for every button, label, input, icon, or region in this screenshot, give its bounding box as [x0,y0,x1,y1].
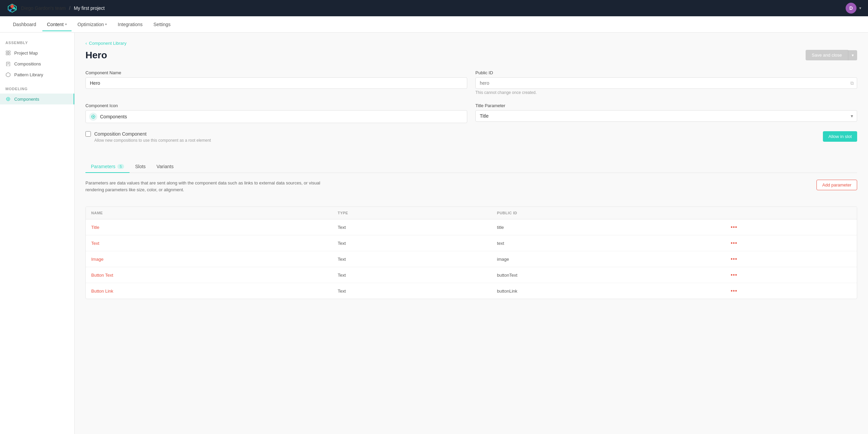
sidebar-item-pattern-library[interactable]: Pattern Library [0,69,74,80]
component-icon-label: Component Icon [85,103,467,108]
param-menu-button[interactable]: ••• [731,288,737,294]
table-row: Button Link Text buttonLink ••• [86,283,857,299]
col-header-name: NAME [86,207,332,219]
nav-item-optimization[interactable]: Optimization ▾ [73,18,112,31]
param-name-link[interactable]: Text [91,241,99,246]
component-name-group: Component Name [85,70,467,95]
form-row-1: Component Name Public ID ⧉ This cannot c… [85,70,857,95]
svg-marker-13 [6,73,10,77]
compositions-icon [5,61,11,66]
checkbox-and-button: Composition Component Allow new composit… [85,131,857,151]
top-bar-right: D ▾ [846,3,861,14]
sidebar-item-compositions-label: Compositions [14,61,41,66]
public-id-label: Public ID [475,70,857,75]
params-table-header: NAME TYPE PUBLIC ID [86,207,857,219]
param-name-link[interactable]: Button Text [91,273,113,278]
table-row: Title Text title ••• [86,219,857,235]
svg-point-15 [7,98,9,100]
top-bar-team: Diego Gardon's team [21,5,66,11]
nav-item-content[interactable]: Content ▾ [42,18,72,31]
breadcrumb-chevron-icon: ‹ [85,41,87,46]
table-row: Text Text text ••• [86,235,857,251]
svg-rect-7 [6,53,8,55]
nav-item-settings[interactable]: Settings [149,18,176,31]
table-row: Button Text Text buttonText ••• [86,267,857,283]
breadcrumb-label: Component Library [89,41,126,46]
avatar-chevron-icon[interactable]: ▾ [859,6,861,11]
sidebar-item-components-label: Components [14,97,39,102]
param-name-link[interactable]: Image [91,257,103,262]
param-type: Text [332,235,492,251]
title-parameter-group: Title Parameter Title [475,103,857,123]
secondary-nav: Dashboard Content ▾ Optimization ▾ Integ… [0,16,868,33]
tab-variants[interactable]: Variants [151,160,179,173]
tab-slots[interactable]: Slots [130,160,151,173]
param-public-id: buttonLink [492,283,725,299]
svg-rect-6 [8,51,10,53]
param-name-link[interactable]: Title [91,225,99,230]
component-name-label: Component Name [85,70,467,75]
component-name-input[interactable] [85,77,467,89]
col-header-actions [725,207,857,219]
title-parameter-select-wrapper: Title [475,110,857,122]
sidebar-item-project-map[interactable]: Project Map [0,47,74,58]
param-menu-button[interactable]: ••• [731,240,737,246]
page-header: Hero Save and close ▾ [85,50,857,61]
public-id-input[interactable] [475,77,857,89]
top-bar-project: My first project [74,5,105,11]
brand-logo [7,3,18,14]
top-bar-separator: / [69,5,71,11]
svg-rect-5 [6,51,8,53]
save-close-dropdown-button[interactable]: ▾ [848,50,857,60]
avatar[interactable]: D [846,3,856,14]
save-close-btn-group: Save and close ▾ [806,50,857,60]
param-menu-button[interactable]: ••• [731,256,737,262]
public-id-hint: This cannot change once created. [475,90,857,95]
breadcrumb[interactable]: ‹ Component Library [85,41,857,46]
public-id-group: Public ID ⧉ This cannot change once crea… [475,70,857,95]
tabs: Parameters 5 Slots Variants [85,160,857,173]
nav-item-dashboard[interactable]: Dashboard [8,18,41,31]
component-icon-input[interactable] [100,114,463,119]
composition-component-label[interactable]: Composition Component [85,131,211,137]
components-icon [5,96,11,102]
public-id-wrapper: ⧉ [475,77,857,89]
top-bar-left: Diego Gardon's team / My first project [7,3,105,14]
component-icon-circle [89,113,97,121]
pattern-library-icon [5,72,11,77]
component-icon-field[interactable] [85,110,467,123]
sidebar-item-project-map-label: Project Map [14,51,38,56]
tab-parameters-badge: 5 [117,164,124,169]
assembly-section-label: ASSEMBLY [0,41,74,47]
param-menu-button[interactable]: ••• [731,272,737,278]
copy-icon[interactable]: ⧉ [850,80,854,86]
add-parameter-button[interactable]: Add parameter [816,180,857,190]
save-close-button[interactable]: Save and close [806,50,848,60]
tab-parameters[interactable]: Parameters 5 [85,160,130,173]
param-type: Text [332,219,492,235]
optimization-chevron-icon: ▾ [105,22,107,26]
allow-in-slot-button[interactable]: Allow in slot [823,131,857,142]
param-type: Text [332,283,492,299]
svg-rect-8 [8,53,10,55]
params-table-body: Title Text title ••• Text Text text ••• … [86,219,857,299]
sidebar-item-components[interactable]: Components [0,94,74,104]
content-area: ‹ Component Library Hero Save and close … [75,33,868,434]
param-public-id: image [492,251,725,267]
component-icon-group: Component Icon [85,103,467,123]
desc-and-add: Parameters are data values that are sent… [85,180,857,200]
col-header-public-id: PUBLIC ID [492,207,725,219]
main-layout: ASSEMBLY Project Map Compositions Patter… [0,33,868,434]
modeling-section-label: MODELING [0,87,74,94]
param-name-link[interactable]: Button Link [91,289,113,294]
tab-variants-label: Variants [157,164,174,169]
tab-parameters-label: Parameters [91,164,115,169]
sidebar-section-assembly: ASSEMBLY Project Map Compositions Patter… [0,41,74,80]
title-parameter-select[interactable]: Title [475,110,857,122]
params-table: NAME TYPE PUBLIC ID Title Text title •••… [86,207,857,299]
sidebar-item-compositions[interactable]: Compositions [0,58,74,69]
param-menu-button[interactable]: ••• [731,224,737,230]
composition-component-checkbox[interactable] [85,131,91,137]
composition-component-row: Composition Component Allow new composit… [85,131,211,143]
nav-item-integrations[interactable]: Integrations [113,18,147,31]
